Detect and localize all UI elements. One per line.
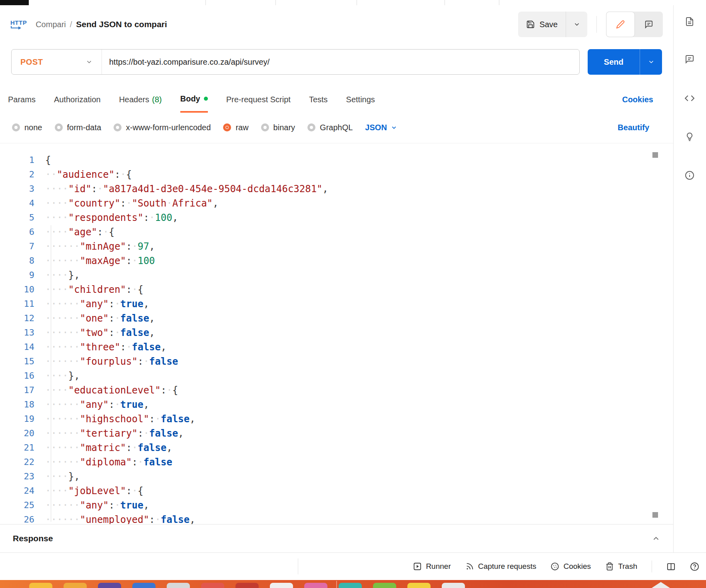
code-line[interactable]: 7······"minAge":·97, xyxy=(0,239,673,254)
tab-tests[interactable]: Tests xyxy=(309,86,328,113)
comments-button[interactable] xyxy=(680,50,699,68)
method-select[interactable]: POST xyxy=(12,50,102,74)
dock-app-icon[interactable] xyxy=(270,583,293,588)
runner-button[interactable]: Runner xyxy=(413,562,451,571)
dock-app-icon[interactable] xyxy=(167,583,190,588)
tab-settings[interactable]: Settings xyxy=(346,86,375,113)
code-line[interactable]: 24····"jobLevel":·{ xyxy=(0,484,673,498)
postman-window: HTTP Compari / Send JSON to compari Save xyxy=(0,0,706,588)
tab-pre-request-script[interactable]: Pre-request Script xyxy=(226,86,291,113)
dock-app-icon[interactable] xyxy=(64,583,87,588)
split-pane-button[interactable] xyxy=(666,562,676,571)
cookies-link[interactable]: Cookies xyxy=(622,95,653,104)
code-text: ······"tertiary":·false, xyxy=(34,426,184,441)
mode-x-www-form-urlencoded[interactable]: x-www-form-urlencoded xyxy=(114,123,211,132)
tab-authorization[interactable]: Authorization xyxy=(54,86,101,113)
help-icon xyxy=(690,562,699,571)
line-number: 16 xyxy=(0,369,34,383)
chevron-up-icon[interactable] xyxy=(652,534,660,543)
code-line[interactable]: 2··"audience":·{ xyxy=(0,167,673,182)
code-line[interactable]: 19······"highschool":·false, xyxy=(0,412,673,426)
save-icon xyxy=(526,20,535,29)
dock-app-icon[interactable] xyxy=(339,583,362,588)
send-button[interactable]: Send xyxy=(588,49,640,75)
dock-app-icon[interactable] xyxy=(304,583,327,588)
code-line[interactable]: 11······"any":·true, xyxy=(0,297,673,311)
line-number: 11 xyxy=(0,297,34,311)
code-line[interactable]: 22······"diploma":·false xyxy=(0,455,673,469)
code-line[interactable]: 4····"country":·"South·Africa", xyxy=(0,196,673,211)
dock-app-icon[interactable] xyxy=(235,583,259,588)
code-line[interactable]: 6····"age":·{ xyxy=(0,225,673,239)
code-editor[interactable]: 1{2··"audience":·{3····"id":·"a817a4d1-d… xyxy=(0,143,673,524)
code-line[interactable]: 23····}, xyxy=(0,469,673,484)
trash-icon xyxy=(605,562,614,571)
code-line[interactable]: 18······"any":·true, xyxy=(0,397,673,412)
request-title[interactable]: Send JSON to compari xyxy=(76,20,167,29)
url-input[interactable] xyxy=(102,50,579,74)
code-line[interactable]: 9····}, xyxy=(0,268,673,282)
code-line[interactable]: 5····"respondents":·100, xyxy=(0,211,673,225)
tab-headers[interactable]: Headers (8) xyxy=(119,86,162,113)
language-select[interactable]: JSON xyxy=(365,123,397,132)
mode-none[interactable]: none xyxy=(12,123,42,132)
code-line[interactable]: 14······"three":·false, xyxy=(0,340,673,354)
macos-dock[interactable] xyxy=(0,580,706,588)
dock-app-icon[interactable] xyxy=(407,583,431,588)
line-number: 15 xyxy=(0,354,34,369)
header-actions: Save xyxy=(518,12,663,37)
line-number: 5 xyxy=(0,211,34,225)
code-line[interactable]: 26······"unemployed":·false, xyxy=(0,513,673,524)
response-label: Response xyxy=(13,534,53,543)
info-button[interactable] xyxy=(680,166,699,185)
code-line[interactable]: 1{ xyxy=(0,153,673,167)
code-line[interactable]: 25······"any":·true, xyxy=(0,498,673,513)
code-snippet-button[interactable] xyxy=(680,89,699,107)
edit-mode-button[interactable] xyxy=(606,12,635,37)
code-line[interactable]: 3····"id":·"a817a4d1-d3e0-454e-9504-dcda… xyxy=(0,182,673,196)
beautify-link[interactable]: Beautify xyxy=(618,123,649,132)
line-number: 20 xyxy=(0,426,34,441)
comment-button[interactable] xyxy=(635,12,663,37)
response-section-header[interactable]: Response xyxy=(0,524,673,552)
http-badge-label: HTTP xyxy=(10,19,27,26)
mode-graphql[interactable]: GraphQL xyxy=(307,123,353,132)
tab-params[interactable]: Params xyxy=(8,86,36,113)
breadcrumb-collection[interactable]: Compari xyxy=(36,20,66,29)
code-line[interactable]: 20······"tertiary":·false, xyxy=(0,426,673,441)
dock-app-icon[interactable] xyxy=(98,583,121,588)
code-line[interactable]: 10····"children":·{ xyxy=(0,282,673,297)
help-button[interactable] xyxy=(690,562,699,571)
code-line[interactable]: 13······"two":·false, xyxy=(0,326,673,340)
code-text: ······"three":·false, xyxy=(34,340,166,354)
dock-app-icon[interactable] xyxy=(132,583,156,588)
dock-app-icon[interactable] xyxy=(373,583,396,588)
code-line[interactable]: 17····"educationLevel":·{ xyxy=(0,383,673,397)
trash-button[interactable]: Trash xyxy=(605,562,637,571)
chevron-down-icon xyxy=(391,124,397,131)
split-pane-icon xyxy=(666,562,676,571)
cookies-button[interactable]: Cookies xyxy=(550,562,591,571)
mode-binary[interactable]: binary xyxy=(261,123,295,132)
editor-scrollbar-top[interactable] xyxy=(652,152,658,158)
tab-body[interactable]: Body xyxy=(180,86,208,113)
code-line[interactable]: 8······"maxAge":·100 xyxy=(0,254,673,268)
dock-app-icon[interactable] xyxy=(442,583,465,588)
editor-scrollbar-bottom[interactable] xyxy=(652,512,658,518)
code-line[interactable]: 15······"fourplus":·false xyxy=(0,354,673,369)
code-line[interactable]: 16····}, xyxy=(0,369,673,383)
code-text: ····"respondents":·100, xyxy=(34,211,178,225)
code-text: ······"any":·true, xyxy=(34,397,149,412)
postbot-button[interactable] xyxy=(680,127,699,146)
code-line[interactable]: 21······"matric":·false, xyxy=(0,441,673,455)
dock-app-icon[interactable] xyxy=(29,583,52,588)
dock-app-icon[interactable] xyxy=(201,583,224,588)
documentation-button[interactable] xyxy=(680,12,699,31)
save-button[interactable]: Save xyxy=(518,12,566,37)
code-line[interactable]: 12······"one":·false, xyxy=(0,311,673,326)
capture-requests-button[interactable]: Capture requests xyxy=(465,562,536,571)
mode-raw[interactable]: raw xyxy=(223,123,248,132)
save-dropdown-button[interactable] xyxy=(566,12,587,37)
send-dropdown-button[interactable] xyxy=(640,49,662,75)
mode-form-data[interactable]: form-data xyxy=(55,123,102,132)
